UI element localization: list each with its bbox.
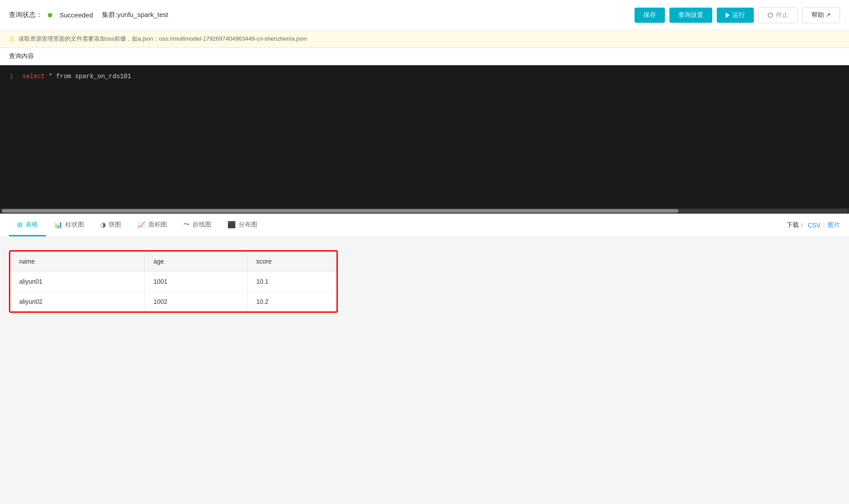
tabs-section: ⊞ 表格 📊 柱状图 ◑ 饼图 📈 面积图 〜 折线图 ⬛ 分布图 下载： CS… — [0, 214, 849, 237]
header-right: 保存 查询设置 运行 停止 帮助 ↗ — [635, 7, 840, 23]
tab-area-chart[interactable]: 📈 面积图 — [129, 214, 175, 236]
tab-pie-chart-label: 饼图 — [109, 221, 121, 229]
scrollbar-area — [0, 208, 849, 214]
table-tab-icon: ⊞ — [17, 221, 23, 229]
distribution-tab-icon: ⬛ — [227, 221, 236, 229]
results-area: name age score aliyun01100110.1aliyun021… — [0, 237, 849, 362]
download-csv-link[interactable]: CSV — [808, 222, 821, 229]
tab-line-chart[interactable]: 〜 折线图 — [175, 214, 219, 236]
stop-circle-icon — [768, 13, 773, 18]
code-content[interactable]: select * from spark_on_rds101 — [18, 65, 849, 208]
data-table: name age score aliyun01100110.1aliyun021… — [10, 252, 336, 311]
run-button[interactable]: 运行 — [717, 8, 754, 23]
bar-chart-tab-icon: 📊 — [54, 221, 63, 229]
table-header-row: name age score — [10, 252, 336, 272]
code-editor[interactable]: 1 select * from spark_on_rds101 — [0, 65, 849, 208]
line-number-1: 1 — [7, 71, 13, 81]
external-link-icon: ↗ — [826, 12, 831, 18]
cell-score-1: 10.2 — [247, 292, 336, 312]
line-numbers: 1 — [0, 65, 18, 208]
help-button-label: 帮助 — [811, 11, 824, 19]
stop-button[interactable]: 停止 — [758, 7, 798, 23]
query-section-title: 查询内容 — [0, 48, 849, 65]
header-left: 查询状态： Succeeded 集群:yunfu_spark_test — [9, 11, 168, 19]
run-button-label: 运行 — [732, 11, 745, 19]
save-button[interactable]: 保存 — [635, 8, 665, 23]
pie-chart-tab-icon: ◑ — [100, 221, 106, 229]
tab-pie-chart[interactable]: ◑ 饼图 — [92, 214, 129, 236]
stop-button-label: 停止 — [776, 11, 788, 19]
warning-icon: ⚠ — [9, 35, 15, 43]
scrollbar-track[interactable] — [2, 209, 847, 213]
help-button[interactable]: 帮助 ↗ — [802, 7, 840, 23]
separator: | — [823, 222, 825, 229]
query-settings-button[interactable]: 查询设置 — [669, 8, 712, 23]
col-header-name: name — [10, 252, 144, 272]
cell-age-1: 1002 — [144, 292, 247, 312]
tabs-left: ⊞ 表格 📊 柱状图 ◑ 饼图 📈 面积图 〜 折线图 ⬛ 分布图 — [9, 214, 265, 236]
tab-distribution-label: 分布图 — [239, 221, 257, 229]
status-dot-icon — [48, 13, 52, 17]
tab-table-label: 表格 — [25, 221, 38, 229]
warning-text: 读取资源管理里面的文件需要添加oss前缀，如a.json：oss://multi… — [18, 35, 307, 43]
tab-distribution[interactable]: ⬛ 分布图 — [219, 214, 265, 236]
tabs-right: 下载： CSV | 图片 — [786, 221, 840, 229]
table-row: aliyun01100110.1 — [10, 272, 336, 292]
header-bar: 查询状态： Succeeded 集群:yunfu_spark_test 保存 查… — [0, 0, 849, 30]
download-img-link[interactable]: 图片 — [828, 221, 840, 229]
download-label: 下载： — [786, 221, 805, 229]
col-header-score: score — [247, 252, 336, 272]
cell-age-0: 1001 — [144, 272, 247, 292]
tab-table[interactable]: ⊞ 表格 — [9, 214, 46, 236]
cell-score-0: 10.1 — [247, 272, 336, 292]
status-text: Succeeded — [59, 11, 93, 19]
tab-bar-chart-label: 柱状图 — [65, 221, 84, 229]
table-row: aliyun02100210.2 — [10, 292, 336, 312]
cell-name-1: aliyun02 — [10, 292, 144, 312]
tab-line-chart-label: 折线图 — [193, 221, 211, 229]
scrollbar-thumb — [2, 209, 678, 213]
code-keyword: select — [22, 73, 45, 80]
play-icon — [726, 13, 730, 18]
area-chart-tab-icon: 📈 — [137, 221, 146, 229]
col-header-age: age — [144, 252, 247, 272]
line-chart-tab-icon: 〜 — [183, 220, 190, 229]
cell-name-0: aliyun01 — [10, 272, 144, 292]
warning-bar: ⚠ 读取资源管理里面的文件需要添加oss前缀，如a.json：oss://mul… — [0, 30, 849, 48]
table-wrapper: name age score aliyun01100110.1aliyun021… — [9, 250, 338, 313]
query-section: 查询内容 1 select * from spark_on_rds101 — [0, 48, 849, 214]
tab-bar-chart[interactable]: 📊 柱状图 — [46, 214, 92, 236]
tab-area-chart-label: 面积图 — [148, 221, 167, 229]
cluster-text: 集群:yunfu_spark_test — [102, 11, 168, 19]
code-rest: * from spark_on_rds101 — [45, 73, 131, 80]
query-status-label: 查询状态： — [9, 11, 42, 19]
